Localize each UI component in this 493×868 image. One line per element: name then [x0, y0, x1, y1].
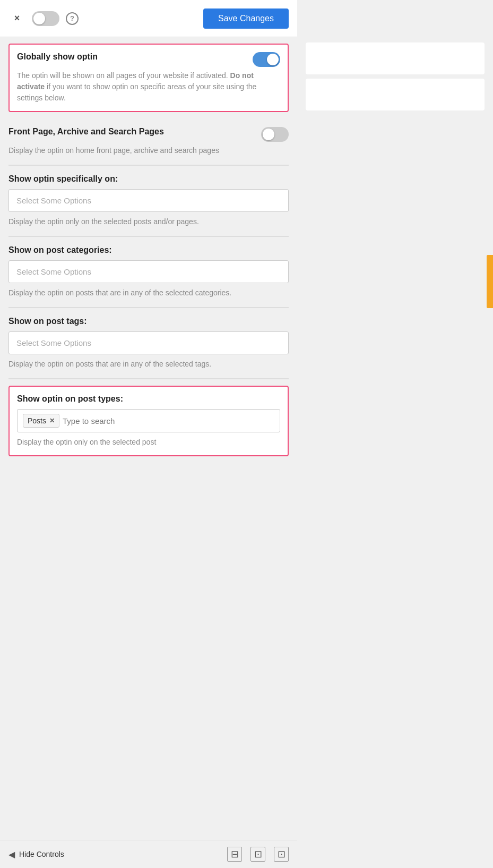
- bottom-icons-group: ⊟ ⊡ ⊡: [227, 847, 289, 862]
- post-types-input-container[interactable]: Posts ✕: [17, 409, 280, 432]
- arrow-left-icon: ◀: [8, 849, 15, 860]
- globally-show-desc: The optin will be shown on all pages of …: [17, 70, 280, 104]
- orange-accent-bar: [487, 255, 493, 308]
- close-button[interactable]: ×: [8, 10, 25, 27]
- settings-content: Globally show optin The optin will be sh…: [0, 44, 297, 456]
- right-card-2: [306, 79, 485, 110]
- show-post-types-label: Show optin on post types:: [17, 394, 280, 404]
- mobile-icon[interactable]: ⊡: [274, 847, 289, 862]
- show-specifically-section: Show optin specifically on: Select Some …: [8, 166, 289, 236]
- show-tags-desc: Display the optin on posts that are in a…: [8, 359, 289, 370]
- show-tags-section: Show on post tags: Select Some Options D…: [8, 308, 289, 379]
- global-toggle-topbar[interactable]: [32, 11, 59, 26]
- globally-show-title: Globally show optin: [17, 52, 246, 62]
- bottom-bar: ◀ Hide Controls ⊟ ⊡ ⊡: [0, 840, 297, 868]
- save-changes-button[interactable]: Save Changes: [203, 8, 289, 29]
- hide-controls-button[interactable]: ◀ Hide Controls: [8, 849, 64, 860]
- front-page-title: Front Page, Archive and Search Pages: [8, 127, 255, 137]
- globally-show-toggle[interactable]: [253, 52, 280, 67]
- front-page-toggle[interactable]: [261, 127, 289, 142]
- globally-show-header: Globally show optin: [17, 52, 280, 67]
- show-categories-desc: Display the optin on posts that are in a…: [8, 287, 289, 299]
- toggle-thumb: [33, 13, 45, 24]
- show-post-types-desc: Display the optin only on the selected p…: [17, 437, 280, 448]
- help-icon[interactable]: ?: [66, 12, 79, 25]
- show-specifically-desc: Display the optin only on the selected p…: [8, 216, 289, 227]
- desktop-icon[interactable]: ⊟: [227, 847, 242, 862]
- right-card-1: [306, 42, 485, 74]
- front-page-header: Front Page, Archive and Search Pages: [8, 127, 289, 142]
- show-categories-select[interactable]: Select Some Options: [8, 260, 289, 283]
- right-panel: [297, 0, 493, 868]
- tablet-icon[interactable]: ⊡: [250, 847, 265, 862]
- post-types-search-input[interactable]: [63, 416, 274, 426]
- show-tags-select[interactable]: Select Some Options: [8, 331, 289, 354]
- globally-show-section: Globally show optin The optin will be sh…: [8, 44, 289, 112]
- show-post-types-section: Show optin on post types: Posts ✕ Displa…: [8, 386, 289, 456]
- posts-tag-remove[interactable]: ✕: [49, 417, 55, 424]
- show-categories-label: Show on post categories:: [8, 245, 289, 255]
- hide-controls-label: Hide Controls: [19, 850, 64, 858]
- show-specifically-select[interactable]: Select Some Options: [8, 189, 289, 212]
- toggle-thumb: [263, 129, 274, 140]
- front-page-section: Front Page, Archive and Search Pages Dis…: [8, 118, 289, 165]
- show-tags-label: Show on post tags:: [8, 317, 289, 326]
- toggle-thumb: [267, 54, 279, 65]
- show-categories-section: Show on post categories: Select Some Opt…: [8, 237, 289, 308]
- show-specifically-label: Show optin specifically on:: [8, 174, 289, 184]
- front-page-desc: Display the optin on home front page, ar…: [8, 145, 289, 156]
- top-bar: × ? Save Changes: [0, 0, 297, 37]
- posts-tag: Posts ✕: [23, 414, 59, 428]
